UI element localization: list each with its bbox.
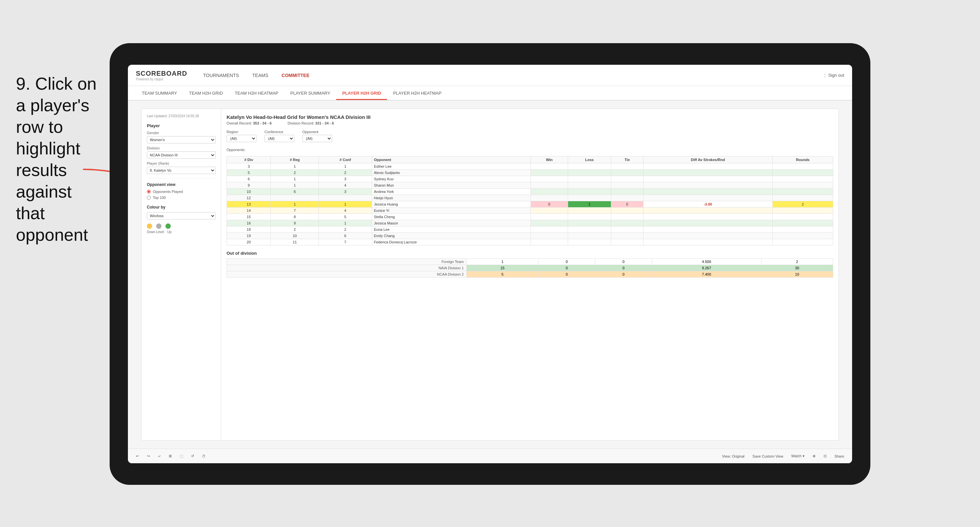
table-cell — [773, 170, 833, 176]
reset-button[interactable]: ↺ — [188, 452, 197, 460]
table-row[interactable]: 613Sydney Kuo — [227, 176, 833, 182]
table-row[interactable]: 1474Eunice Yi — [227, 208, 833, 214]
nav-bar: SCOREBOARD Powered by clippd TOURNAMENTS… — [128, 65, 852, 86]
table-cell — [643, 176, 772, 182]
table-cell — [319, 195, 372, 201]
table-cell: 2 — [271, 227, 319, 233]
table-row[interactable]: 12Heejo Hyun — [227, 195, 833, 201]
colour-by-select[interactable]: Win/loss — [147, 212, 216, 219]
ood-row[interactable]: NAIA Division 115009.26730 — [227, 265, 833, 271]
sub-nav-team-h2h-heatmap[interactable]: TEAM H2H HEATMAP — [229, 87, 284, 100]
division-record-label: Division Record: 331 - 34 - 6 — [288, 121, 334, 125]
timer-button[interactable]: ⏱ — [199, 453, 208, 460]
table-cell: 13 — [227, 201, 271, 208]
table-cell — [611, 227, 643, 233]
table-cell: Federica Domecq Lacroze — [372, 239, 531, 245]
conference-filter-select[interactable]: (All) — [264, 135, 294, 142]
redo-button[interactable]: ↪ — [144, 452, 153, 460]
region-filter-group: Region (All) — [227, 130, 256, 142]
table-cell — [531, 189, 568, 195]
table-cell: Sharon Mun — [372, 182, 531, 189]
radio-opponents-played-label: Opponents Played — [153, 190, 183, 194]
region-filter-label: Region — [227, 130, 256, 134]
table-cell: Eunice Yi — [372, 208, 531, 214]
sidebar: Last Updated: 27/03/2024 16:55:28 Player… — [142, 109, 221, 440]
nav-committee[interactable]: COMMITTEE — [282, 71, 310, 79]
view-original-button[interactable]: View: Original — [719, 453, 747, 460]
table-cell: 15 — [227, 214, 271, 220]
table-row[interactable]: 19106Emily Chang — [227, 233, 833, 239]
radio-top100[interactable]: Top 100 — [147, 195, 216, 200]
opponent-filter-select[interactable]: (All) — [302, 135, 332, 142]
ood-cell: 0 — [538, 259, 595, 265]
sign-out-button[interactable]: Sign out — [828, 73, 844, 78]
table-cell — [568, 220, 611, 227]
ood-cell: 5 — [466, 271, 538, 278]
colour-dot-down — [147, 224, 152, 229]
table-row[interactable]: 1311Jessica Huang010-3.002 — [227, 201, 833, 208]
table-row[interactable]: 522Alexis Sudjianto — [227, 170, 833, 176]
sub-nav-player-summary[interactable]: PLAYER SUMMARY — [284, 87, 336, 100]
table-row[interactable]: 1691Jessica Mason — [227, 220, 833, 227]
radio-top100-input[interactable] — [147, 195, 151, 200]
save-custom-view-button[interactable]: Save Custom View — [750, 453, 786, 460]
table-cell: 1 — [319, 163, 372, 170]
ood-row[interactable]: NCAA Division 25007.40010 — [227, 271, 833, 278]
nav-teams[interactable]: TEAMS — [252, 71, 268, 79]
sub-nav-player-h2h-grid[interactable]: PLAYER H2H GRID — [336, 87, 387, 100]
radio-opponents-played-input[interactable] — [147, 190, 151, 194]
ood-cell: 0 — [595, 259, 652, 265]
refresh-button[interactable]: ⤾ — [155, 452, 164, 460]
table-row[interactable]: 311Esther Lee — [227, 163, 833, 170]
ood-cell: 4.500 — [652, 259, 761, 265]
filters-row: Region (All) Conference (All) — [227, 130, 833, 142]
table-row[interactable]: 1063Andrea York — [227, 189, 833, 195]
ood-cell: 10 — [761, 271, 833, 278]
table-row[interactable]: 1822Euna Lee — [227, 227, 833, 233]
table-header-row: # Div # Reg # Conf Opponent Win Loss Tie… — [227, 156, 833, 163]
table-cell — [643, 208, 772, 214]
gender-label: Gender — [147, 131, 216, 135]
division-select[interactable]: NCAA Division III — [147, 151, 216, 159]
radio-opponents-played[interactable]: Opponents Played — [147, 190, 216, 194]
region-filter-select[interactable]: (All) — [227, 135, 256, 142]
content-panel: Last Updated: 27/03/2024 16:55:28 Player… — [141, 109, 839, 441]
sub-nav-team-summary[interactable]: TEAM SUMMARY — [136, 87, 183, 100]
grid-button[interactable]: ⊞ — [166, 452, 174, 460]
watch-button[interactable]: Watch ▾ — [789, 452, 807, 460]
undo-button[interactable]: ↩ — [133, 452, 142, 460]
layout-button[interactable]: ⬚ — [177, 452, 186, 460]
table-cell — [611, 189, 643, 195]
ood-cell: 0 — [538, 265, 595, 271]
table-row[interactable]: 20117Federica Domecq Lacroze — [227, 239, 833, 245]
ood-row[interactable]: Foreign Team1004.5002 — [227, 259, 833, 265]
table-cell: Jessica Mason — [372, 220, 531, 227]
table-cell: 1 — [271, 163, 319, 170]
table-cell: 5 — [227, 170, 271, 176]
table-cell: 2 — [319, 227, 372, 233]
ood-cell: 1 — [466, 259, 538, 265]
table-cell: 9 — [271, 220, 319, 227]
add-button[interactable]: ⊕ — [810, 452, 818, 460]
table-cell — [773, 233, 833, 239]
table-cell — [611, 163, 643, 170]
table-cell — [643, 233, 772, 239]
table-cell: 10 — [227, 189, 271, 195]
table-row[interactable]: 914Sharon Mun — [227, 182, 833, 189]
zoom-button[interactable]: ⊡ — [821, 452, 829, 460]
radio-top100-label: Top 100 — [153, 195, 166, 200]
sub-nav-player-h2h-heatmap[interactable]: PLAYER H2H HEATMAP — [387, 87, 447, 100]
colour-label-down: Down — [147, 230, 152, 234]
nav-tournaments[interactable]: TOURNAMENTS — [203, 71, 239, 79]
table-cell — [568, 170, 611, 176]
table-cell — [643, 227, 772, 233]
table-cell — [773, 195, 833, 201]
gender-select[interactable]: Women's — [147, 136, 216, 143]
table-cell: Jessica Huang — [372, 201, 531, 208]
player-rank-select[interactable]: 8. Katelyn Vo — [147, 167, 216, 174]
table-cell — [611, 214, 643, 220]
share-button[interactable]: Share — [832, 453, 847, 460]
table-row[interactable]: 1585Stella Cheng — [227, 214, 833, 220]
table-cell — [568, 239, 611, 245]
sub-nav-team-h2h-grid[interactable]: TEAM H2H GRID — [183, 87, 229, 100]
